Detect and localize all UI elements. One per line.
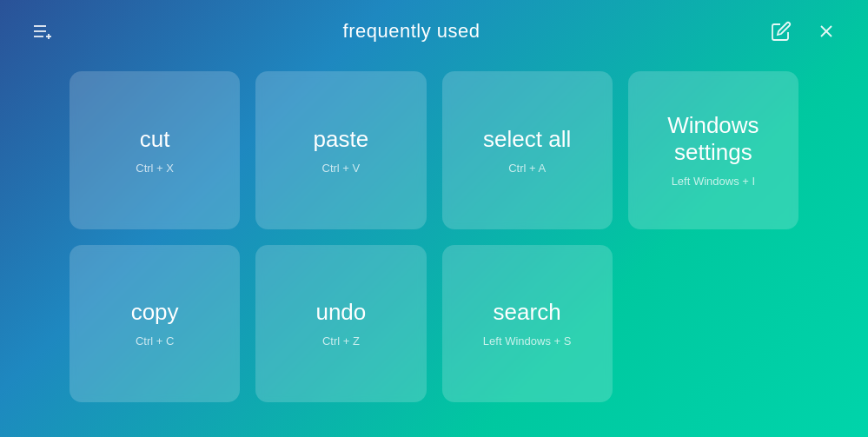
shortcut-name: search [494,299,561,326]
header-right [765,16,842,47]
menu-add-button[interactable] [26,16,57,47]
shortcut-keys: Ctrl + A [508,162,546,175]
close-icon [816,21,837,42]
empty-cell [628,245,798,403]
shortcut-keys: Left Windows + S [483,334,572,348]
page-title: frequently used [343,20,480,43]
menu-add-icon [31,21,52,42]
edit-icon [771,21,792,42]
shortcut-name: select all [483,126,571,153]
close-button[interactable] [811,16,842,47]
shortcut-keys: Left Windows + I [672,175,755,188]
shortcut-card[interactable]: pasteCtrl + V [255,71,426,229]
shortcut-name: cut [140,126,170,153]
shortcuts-grid: cutCtrl + XpasteCtrl + Vselect allCtrl +… [0,56,868,437]
header: frequently used [0,0,868,56]
shortcut-card[interactable]: Windows settingsLeft Windows + I [628,71,798,229]
shortcut-card[interactable]: select allCtrl + A [442,71,613,229]
shortcut-keys: Ctrl + V [322,162,361,175]
shortcut-name: paste [314,126,369,153]
shortcut-name: copy [131,299,179,326]
shortcut-card[interactable]: undoCtrl + Z [255,245,426,403]
shortcut-name: undo [315,299,366,326]
shortcut-keys: Ctrl + Z [322,334,360,348]
shortcut-card[interactable]: cutCtrl + X [70,71,240,229]
shortcut-card[interactable]: searchLeft Windows + S [442,245,613,403]
header-left [26,16,57,47]
shortcut-card[interactable]: copyCtrl + C [70,245,240,403]
shortcut-keys: Ctrl + C [136,334,174,348]
edit-button[interactable] [765,16,797,47]
shortcut-name: Windows settings [637,112,790,166]
shortcut-keys: Ctrl + X [136,162,174,175]
